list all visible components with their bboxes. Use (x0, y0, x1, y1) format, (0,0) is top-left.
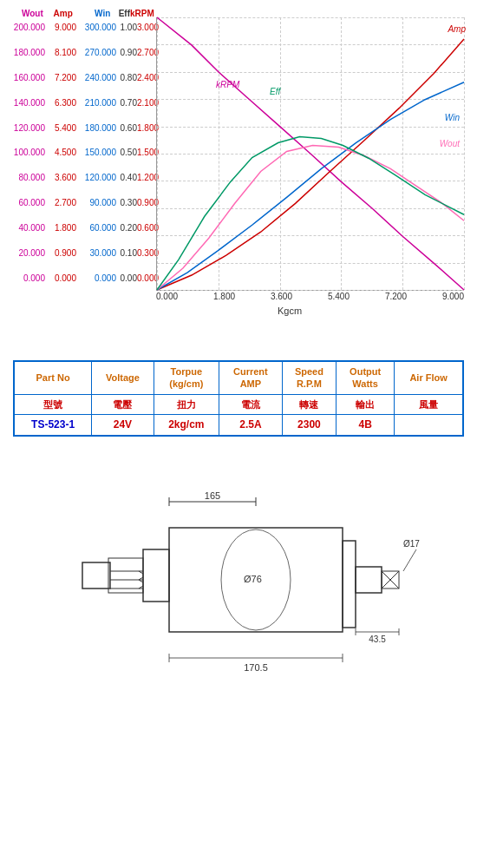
th-voltage-en: Voltage (92, 361, 154, 394)
right-flange (343, 541, 356, 628)
y-col-win: 300.000270.000240.000210.000180.000150.0… (76, 23, 116, 283)
dia17-leader (403, 549, 416, 571)
dim-label-165: 165 (205, 490, 220, 501)
y-axis-headers: Wout Amp Win Eff kRPM (9, 9, 156, 18)
td-speed: 2300 (282, 414, 336, 436)
header-win: Win (73, 9, 111, 18)
y-axis-values: 200.000180.000160.000140.000120.000100.0… (9, 23, 156, 283)
th-output-cn: 輸出 (337, 394, 395, 414)
left-housing (108, 558, 143, 593)
y-col-wout: 200.000180.000160.000140.000120.000100.0… (9, 23, 45, 283)
performance-curves (157, 17, 464, 290)
dim-label-1705: 170.5 (244, 662, 268, 673)
th-airflow-cn: 風量 (395, 394, 463, 414)
win-label: Win (445, 113, 460, 122)
y-col-krpm: 3.0002.7002.4002.1001.8001.5001.2000.900… (137, 23, 156, 283)
wout-label: Wout (440, 139, 460, 148)
spacer-2 (0, 445, 477, 463)
right-shaft-housing (356, 567, 382, 593)
th-current-cn: 電流 (219, 394, 282, 414)
header-wout: Wout (9, 9, 43, 18)
eff-label: Eff (270, 87, 280, 96)
td-torque: 2kg/cm (154, 414, 219, 436)
x-axis-labels: 0.000 1.800 3.600 5.400 7.200 9.000 (156, 292, 464, 301)
th-airflow-en: Air Flow (395, 361, 463, 394)
td-voltage: 24V (92, 414, 154, 436)
amp-curve (157, 39, 464, 290)
th-torque-cn: 扭力 (154, 394, 219, 414)
amp-label: Amp (448, 24, 466, 34)
th-current-en: CurrentAMP (219, 361, 282, 394)
chart-container: Wout Amp Win Eff kRPM 200.000180.000160.… (9, 9, 468, 321)
table-header-en: Part No Voltage Torpue(kg/cm) CurrentAMP… (14, 361, 463, 394)
th-speed-cn: 轉速 (282, 394, 336, 414)
grid-v-5 (464, 17, 465, 290)
td-output: 4B (337, 414, 395, 436)
specs-table: Part No Voltage Torpue(kg/cm) CurrentAMP… (13, 360, 464, 437)
spacer-1 (0, 326, 477, 352)
x-axis-title: Kgcm (278, 306, 302, 316)
td-airflow (395, 414, 463, 436)
td-partno: TS-523-1 (14, 414, 92, 436)
header-eff: Eff (110, 9, 130, 18)
y-col-eff: 1.000.900.800.700.600.500.400.300.200.10… (116, 23, 137, 283)
shaft-diameter-label: Ø17 (403, 539, 420, 549)
th-speed-en: SpeedR.P.M (282, 361, 336, 394)
chart-section: Wout Amp Win Eff kRPM 200.000180.000160.… (0, 0, 477, 326)
th-partno-cn: 型號 (14, 394, 92, 414)
th-torque-en: Torpue(kg/cm) (154, 361, 219, 394)
chart-plot-area: Amp kRPM Eff Win Wout (156, 17, 464, 291)
left-bracket (143, 549, 169, 602)
eff-curve (157, 137, 464, 290)
dim-label-435: 43.5 (369, 635, 386, 644)
krpm-label: kRPM (216, 80, 239, 89)
diameter-label: Ø76 (244, 574, 262, 584)
diagram-section: 165 Ø76 Ø17 (0, 463, 477, 697)
win-curve (157, 82, 464, 290)
left-connector-box (82, 562, 110, 589)
td-current: 2.5A (219, 414, 282, 436)
krpm-curve (157, 17, 464, 290)
table-section: Part No Voltage Torpue(kg/cm) CurrentAMP… (0, 352, 477, 445)
table-row: TS-523-1 24V 2kg/cm 2.5A 2300 4B (14, 414, 463, 436)
th-output-en: OutputWatts (337, 361, 395, 394)
header-krpm: kRPM (130, 9, 156, 18)
grid-h-10 (157, 290, 464, 291)
y-col-amp: 9.0008.1007.2006.3005.4004.5003.6002.700… (45, 23, 76, 283)
th-voltage-cn: 電壓 (92, 394, 154, 414)
header-amp: Amp (43, 9, 73, 18)
motor-diagram: 165 Ø76 Ø17 (56, 480, 421, 688)
table-header-cn: 型號 電壓 扭力 電流 轉速 輸出 風量 (14, 394, 463, 414)
th-partno-en: Part No (14, 361, 92, 394)
